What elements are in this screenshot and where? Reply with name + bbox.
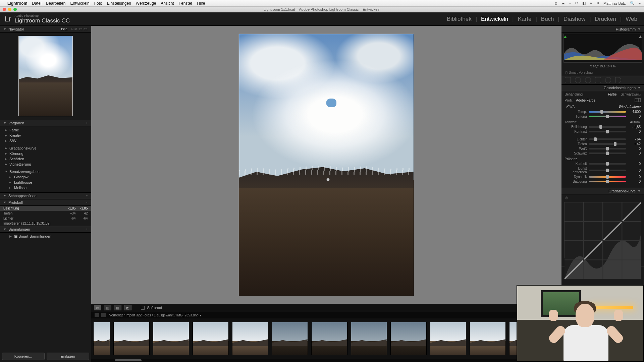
add-icon[interactable]: + xyxy=(86,194,88,197)
filmstrip[interactable] xyxy=(91,318,561,359)
preset-group[interactable]: ▶Farbe xyxy=(0,127,91,133)
paste-button[interactable]: Einfügen xyxy=(47,353,89,360)
snapshots-header[interactable]: ▼ Schnappschüsse + xyxy=(0,192,91,199)
spot-tool-icon[interactable] xyxy=(575,77,581,83)
copy-button[interactable]: Kopieren... xyxy=(2,353,45,360)
redeye-tool-icon[interactable] xyxy=(585,77,591,83)
thumbnail[interactable] xyxy=(311,322,347,355)
smart-collections[interactable]: ▶▣ Smart-Sammlungen xyxy=(0,234,91,239)
tray-user[interactable]: Matthias Butz xyxy=(603,1,626,5)
disclosure-icon[interactable]: ▼ xyxy=(3,201,6,204)
thumbnail[interactable] xyxy=(470,322,506,355)
thumbnail[interactable] xyxy=(351,322,387,355)
contrast-slider[interactable] xyxy=(589,131,626,132)
crop-tool-icon[interactable] xyxy=(565,77,571,83)
menu-werkzeuge[interactable]: Werkzeuge xyxy=(136,1,156,6)
exposure-slider[interactable] xyxy=(589,126,626,128)
filmstrip-scrollbar[interactable] xyxy=(91,359,561,362)
module-bibliothek[interactable]: Bibliothek xyxy=(445,16,474,22)
curve-target-icon[interactable]: ◎ xyxy=(561,194,644,199)
whites-slider[interactable] xyxy=(589,148,626,149)
module-drucken[interactable]: Drucken xyxy=(593,16,618,22)
saturation-slider[interactable] xyxy=(589,181,626,182)
clear-icon[interactable]: × xyxy=(86,201,88,204)
menu-foto[interactable]: Foto xyxy=(94,1,102,6)
tray-icon[interactable]: ✲ xyxy=(596,1,599,5)
nav-zoom-fit[interactable]: Einp. xyxy=(61,27,68,31)
treatment-bw[interactable]: Schwarzweiß xyxy=(621,93,641,96)
module-karte[interactable]: Karte xyxy=(516,16,534,22)
thumbnail[interactable] xyxy=(390,322,427,355)
disclosure-icon[interactable]: ▼ xyxy=(3,27,6,31)
menu-bearbeiten[interactable]: Bearbeiten xyxy=(46,1,65,6)
tray-icon[interactable]: ◧ xyxy=(582,1,586,5)
shadows-slider[interactable] xyxy=(589,143,626,145)
tray-icon[interactable]: ☁ xyxy=(561,1,565,5)
disclosure-icon[interactable]: ▼ xyxy=(3,121,6,125)
menu-entwickeln[interactable]: Entwickeln xyxy=(70,1,89,6)
tone-curve[interactable] xyxy=(564,202,641,258)
preset-group[interactable]: ▶Vignettierung xyxy=(0,162,91,167)
disclosure-icon[interactable]: ▼ xyxy=(3,228,6,231)
notification-icon[interactable]: ≡ xyxy=(639,1,641,5)
auto-tone-button[interactable]: Autom. xyxy=(630,120,641,124)
profile-value[interactable]: Adobe Farbe xyxy=(576,99,635,102)
treatment-color[interactable]: Farbe xyxy=(608,93,616,96)
preset-item[interactable]: ▸Melissa xyxy=(0,185,91,190)
history-item[interactable]: Belichtung-1,85-1,85 xyxy=(0,206,91,211)
before-after-tb-icon[interactable]: ▤ xyxy=(114,305,121,310)
dehaze-slider[interactable] xyxy=(589,170,626,171)
softproof-checkbox[interactable] xyxy=(141,306,145,310)
traffic-lights[interactable] xyxy=(3,8,17,11)
adjustment-pin[interactable] xyxy=(326,178,330,181)
thumbnail[interactable] xyxy=(430,322,466,355)
main-photo[interactable] xyxy=(239,34,414,296)
menu-fenster[interactable]: Fenster xyxy=(179,1,193,6)
before-after-split-icon[interactable]: ◩ xyxy=(124,305,131,310)
basic-header[interactable]: Grundeinstellungen ▼ xyxy=(561,84,644,91)
wb-value[interactable]: Wie Aufnahme xyxy=(619,105,641,109)
menubar-app[interactable]: Lightroom xyxy=(7,1,27,6)
module-web[interactable]: Web xyxy=(624,16,639,22)
profile-browser-icon[interactable] xyxy=(635,98,641,102)
curve-header[interactable]: Gradationskurve ▼ xyxy=(561,188,644,194)
preset-group[interactable]: ▶Kreativ xyxy=(0,133,91,138)
wb-eyedropper-icon[interactable] xyxy=(565,104,570,109)
preset-group[interactable]: ▶Gradationskurve xyxy=(0,145,91,151)
preset-group[interactable]: ▶Körnung xyxy=(0,151,91,156)
zoom-icon[interactable] xyxy=(13,8,17,11)
thumbnail[interactable] xyxy=(113,322,150,355)
thumbnail[interactable] xyxy=(232,322,268,355)
brush-tool-icon[interactable] xyxy=(615,77,621,83)
nav-zoom-options[interactable]: Ausf. 1:1 3:1 xyxy=(71,27,88,31)
tray-icon[interactable]: ⌁ xyxy=(569,1,571,5)
thumbnail[interactable] xyxy=(272,322,308,355)
menu-einstellungen[interactable]: Einstellungen xyxy=(107,1,131,6)
disclosure-icon[interactable]: ▼ xyxy=(638,27,641,31)
highlights-slider[interactable] xyxy=(589,138,626,140)
histogram[interactable] xyxy=(564,34,642,63)
filmstrip-info[interactable]: Vorheriger Import 322 Fotos / 1 ausgewäh… xyxy=(109,313,201,317)
disclosure-icon[interactable]: ▼ xyxy=(638,86,641,89)
module-buch[interactable]: Buch xyxy=(539,16,556,22)
module-diashow[interactable]: Diashow xyxy=(561,16,587,22)
presets-header[interactable]: ▼ Vorgaben + xyxy=(0,120,91,126)
preset-group[interactable]: ▶S/W xyxy=(0,138,91,143)
preset-group[interactable]: ▶Schärfen xyxy=(0,156,91,162)
disclosure-icon[interactable]: ▼ xyxy=(638,189,641,193)
grid-icon[interactable] xyxy=(95,313,99,317)
loupe-view-icon[interactable]: ▭ xyxy=(94,305,101,310)
menu-ansicht[interactable]: Ansicht xyxy=(161,1,174,6)
thumbnail[interactable] xyxy=(153,322,189,355)
temp-slider[interactable] xyxy=(589,111,626,113)
spotlight-icon[interactable]: 🔍 xyxy=(630,1,635,5)
disclosure-icon[interactable]: ▼ xyxy=(3,194,6,197)
collections-header[interactable]: ▼ Sammlungen + xyxy=(0,226,91,233)
before-after-lr-icon[interactable]: ▥ xyxy=(104,305,111,310)
history-item[interactable]: Tiefen+3442 xyxy=(0,211,91,216)
photo-canvas[interactable] xyxy=(91,26,561,304)
tray-icon[interactable]: ⎚ xyxy=(555,1,557,5)
clarity-slider[interactable] xyxy=(589,163,626,165)
preset-item[interactable]: ▸Lighthouse xyxy=(0,180,91,185)
radial-tool-icon[interactable] xyxy=(605,77,611,83)
